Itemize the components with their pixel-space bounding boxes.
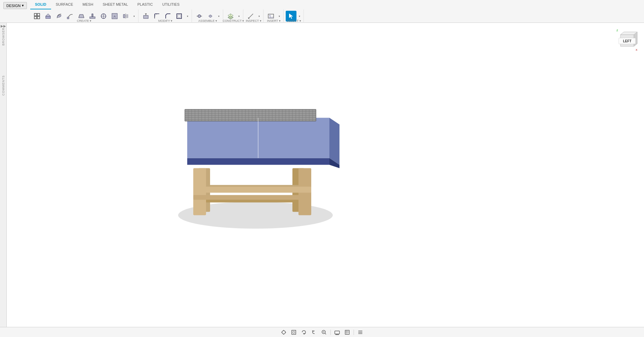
zoom-btn[interactable] <box>320 329 328 336</box>
svg-marker-38 <box>289 13 293 19</box>
design-label: DESIGN <box>6 4 21 8</box>
inspect-label: INSPECT ▾ <box>246 19 261 23</box>
mirror-btn[interactable] <box>120 11 131 22</box>
revolve-btn[interactable] <box>54 11 65 22</box>
svg-point-84 <box>282 331 285 334</box>
inspect-group: ▾ INSPECT ▾ <box>244 9 264 23</box>
svg-marker-19 <box>123 14 125 18</box>
separator-2 <box>354 330 354 335</box>
svg-rect-11 <box>90 17 95 18</box>
web-btn[interactable] <box>98 11 109 22</box>
insert-label: INSERT ▾ <box>267 19 280 23</box>
tool-groups-row: A ▾ CREATE ▾ <box>30 9 304 23</box>
svg-text:X: X <box>636 48 638 51</box>
svg-rect-21 <box>144 15 148 18</box>
extrude-btn[interactable] <box>43 11 53 22</box>
svg-rect-89 <box>292 330 296 334</box>
svg-marker-23 <box>145 13 147 15</box>
modify-more-btn[interactable]: ▾ <box>185 11 190 22</box>
tab-mesh[interactable]: MESH <box>78 0 98 9</box>
modify-group: ▾ MODIFY ▾ <box>139 9 192 23</box>
separator-1 <box>330 330 331 335</box>
construct-group: ▾ CONSTRUCT ▾ <box>224 9 243 23</box>
svg-rect-3 <box>37 16 40 19</box>
svg-rect-24 <box>177 14 182 18</box>
viewcube[interactable]: Z X LEFT <box>615 28 639 51</box>
design-button[interactable]: DESIGN ▾ <box>3 2 27 9</box>
table-right-face <box>329 118 339 165</box>
comments-label[interactable]: COMMENTS <box>1 74 6 97</box>
collapse-arrow[interactable]: ▶▶ <box>1 24 6 28</box>
tab-plastic[interactable]: PLASTIC <box>133 0 158 9</box>
modify-label: MODIFY ▾ <box>158 19 172 23</box>
select-label: SELECT ▾ <box>287 19 301 23</box>
more-btn[interactable] <box>357 329 364 336</box>
tab-sheet-metal[interactable]: SHEET METAL <box>98 0 132 9</box>
shell-btn[interactable] <box>174 11 185 22</box>
press-pull-btn[interactable] <box>140 11 151 22</box>
svg-line-95 <box>325 333 326 334</box>
assemble-group: ▾ ASSEMBLE ▾ <box>193 9 223 23</box>
tab-solid[interactable]: SOLID <box>30 0 51 9</box>
svg-rect-2 <box>34 16 37 19</box>
assemble-label: ASSEMBLE ▾ <box>198 19 217 23</box>
cross-brace-front <box>193 187 311 193</box>
sweep-btn[interactable] <box>65 11 76 22</box>
svg-marker-20 <box>126 14 128 18</box>
select-group: ▾ SELECT ▾ <box>284 9 304 23</box>
tab-surface[interactable]: SURFACE <box>51 0 78 9</box>
left-sidebar: BROWSER COMMENTS <box>0 23 7 327</box>
viewport: Z X LEFT <box>7 23 644 327</box>
create-label: CREATE ▾ <box>77 19 91 23</box>
svg-rect-102 <box>345 330 349 334</box>
cross-brace-front-lower <box>193 195 311 200</box>
construct-label: CONSTRUCT ▾ <box>223 19 244 23</box>
grid-btn[interactable] <box>344 329 351 336</box>
create-more-btn[interactable]: ▾ <box>131 11 137 22</box>
svg-point-26 <box>198 15 201 17</box>
undo-btn[interactable] <box>310 329 318 336</box>
browser-label[interactable]: BROWSER <box>1 26 6 47</box>
orbit-btn[interactable] <box>300 329 308 336</box>
display-settings-btn[interactable] <box>333 329 341 336</box>
svg-text:LEFT: LEFT <box>623 39 632 43</box>
create-group: A ▾ CREATE ▾ <box>30 9 138 23</box>
svg-marker-12 <box>92 14 93 17</box>
svg-marker-5 <box>46 14 50 16</box>
svg-rect-1 <box>37 13 40 16</box>
svg-text:A: A <box>114 15 116 18</box>
3d-model <box>7 23 644 327</box>
bottom-toolbar <box>0 327 644 337</box>
mode-tabs: SOLID SURFACE MESH SHEET METAL PLASTIC U… <box>30 0 184 9</box>
fit-all-btn[interactable] <box>280 329 287 336</box>
svg-rect-98 <box>335 331 339 334</box>
design-dropdown-arrow: ▾ <box>22 3 24 8</box>
insert-group: ▾ INSERT ▾ <box>264 9 284 23</box>
svg-rect-7 <box>67 17 69 19</box>
svg-line-32 <box>248 14 253 18</box>
emboss-btn[interactable]: A <box>109 11 120 22</box>
svg-rect-4 <box>46 16 50 18</box>
svg-point-90 <box>293 331 295 333</box>
svg-text:Z: Z <box>616 29 618 32</box>
tab-utilities[interactable]: UTILITIES <box>158 0 184 9</box>
svg-rect-0 <box>34 13 37 16</box>
svg-marker-37 <box>268 16 274 18</box>
svg-rect-25 <box>178 15 180 17</box>
svg-point-6 <box>57 14 61 18</box>
fit-screen-btn[interactable] <box>290 329 297 336</box>
new-component-btn[interactable] <box>32 11 42 22</box>
table-front-edge <box>187 158 329 165</box>
main-toolbar: DESIGN ▾ SOLID SURFACE MESH SHEET METAL … <box>0 0 644 23</box>
svg-point-36 <box>269 15 271 16</box>
